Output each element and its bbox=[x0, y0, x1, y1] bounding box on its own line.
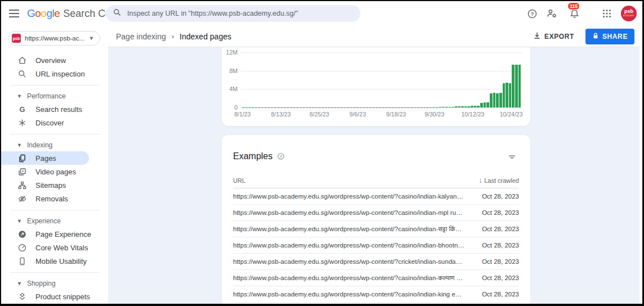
sidebar-item-video-pages[interactable]: Video pages bbox=[1, 165, 108, 178]
url-inspect-searchbox[interactable] bbox=[106, 5, 360, 22]
examples-table-header: URL ↓ Last crawled bbox=[233, 173, 519, 188]
chart-bar[interactable] bbox=[509, 83, 512, 107]
sidebar-section-performance[interactable]: ▼ Performance bbox=[1, 90, 108, 102]
profile-avatar[interactable]: psb ACADEMY bbox=[621, 6, 637, 21]
chart-bar[interactable] bbox=[484, 102, 486, 107]
chart-bar[interactable] bbox=[486, 102, 489, 107]
url-cell[interactable]: https://www.psb-academy.edu.sg/wordpress… bbox=[233, 193, 474, 200]
table-row[interactable]: https://www.psb-academy.edu.sg/wordpress… bbox=[233, 205, 519, 221]
url-cell[interactable]: https://www.psb-academy.edu.sg/wordpress… bbox=[233, 258, 474, 265]
x-tick-label: 9/6/23 bbox=[350, 111, 366, 118]
sidebar-nav: Overview URL inspection ▼ Performance G … bbox=[1, 48, 108, 304]
chart-xaxis: 8/1/238/13/238/25/239/6/239/18/239/30/23… bbox=[241, 107, 522, 121]
sidebar-item-core-web-vitals[interactable]: Core Web Vitals bbox=[1, 241, 108, 254]
x-tick-label: 10/24/23 bbox=[500, 111, 523, 118]
notifications-bell-icon[interactable]: 115 bbox=[567, 6, 582, 21]
export-button[interactable]: EXPORT bbox=[530, 29, 578, 43]
discover-asterisk-icon bbox=[17, 118, 27, 128]
scrollbar-track[interactable] bbox=[639, 47, 642, 304]
table-row[interactable]: https://www.psb-academy.edu.sg/wordpress… bbox=[233, 254, 519, 270]
manage-accounts-icon[interactable] bbox=[544, 6, 559, 21]
apps-grid-icon[interactable] bbox=[600, 6, 614, 21]
table-row[interactable]: https://www.psb-academy.edu.sg/wordpress… bbox=[233, 270, 519, 286]
url-cell[interactable]: https://www.psb-academy.edu.sg/wordpress… bbox=[233, 242, 474, 249]
table-row[interactable]: https://www.psb-academy.edu.sg/wordpress… bbox=[233, 286, 519, 303]
chart-bar[interactable] bbox=[503, 83, 506, 107]
last-crawled-cell: Oct 28, 2023 bbox=[474, 209, 519, 216]
chart-bar[interactable] bbox=[499, 93, 502, 107]
table-row[interactable]: https://www.psb-academy.edu.sg/wordpress… bbox=[233, 237, 519, 254]
chart-bar[interactable] bbox=[493, 93, 496, 107]
examples-title: Examples bbox=[233, 151, 272, 161]
logo-letter: G bbox=[27, 7, 35, 19]
x-tick-label: 8/25/23 bbox=[310, 111, 329, 118]
chart-bar[interactable] bbox=[496, 93, 499, 107]
last-crawled-cell: Oct 28, 2023 bbox=[474, 242, 519, 249]
sidebar-item-merchant-listings[interactable]: Merchant listings bbox=[1, 303, 108, 304]
chevron-down-icon: ▼ bbox=[17, 218, 22, 224]
page-experience-icon bbox=[17, 230, 27, 239]
share-button[interactable]: SHARE bbox=[585, 29, 634, 44]
table-row[interactable]: https://www.psb-academy.edu.sg/wordpress… bbox=[233, 221, 519, 237]
breadcrumb-page-indexing[interactable]: Page indexing bbox=[116, 32, 166, 41]
url-column-header[interactable]: URL bbox=[233, 177, 466, 184]
home-icon bbox=[17, 56, 27, 65]
logo-letter: o bbox=[41, 7, 46, 19]
property-logo: psb bbox=[12, 34, 21, 43]
svg-text:?: ? bbox=[280, 155, 282, 159]
core-web-vitals-gauge-icon bbox=[17, 243, 27, 253]
last-crawled-column-header[interactable]: ↓ Last crawled bbox=[466, 177, 519, 184]
sidebar-item-discover[interactable]: Discover bbox=[1, 116, 108, 129]
chart-bar[interactable] bbox=[506, 83, 508, 107]
menu-icon[interactable] bbox=[1, 10, 27, 17]
chart-plot: 12M 8M 4M 0 bbox=[241, 52, 522, 107]
sidebar-divider bbox=[10, 134, 100, 134]
lock-icon bbox=[592, 32, 599, 41]
url-cell[interactable]: https://www.psb-academy.edu.sg/wordpress… bbox=[233, 226, 474, 233]
y-tick-label: 4M bbox=[229, 86, 238, 92]
chart-bar[interactable] bbox=[512, 65, 515, 107]
sidebar: psb https://www.psb-ac... ▼ Overview URL… bbox=[1, 26, 108, 304]
sidebar-item-search-results[interactable]: G Search results bbox=[1, 102, 108, 116]
url-cell[interactable]: https://www.psb-academy.edu.sg/wordpress… bbox=[233, 274, 474, 282]
mobile-usability-phone-icon bbox=[17, 256, 27, 266]
x-tick-label: 8/1/23 bbox=[234, 111, 251, 118]
sitemaps-icon bbox=[17, 181, 27, 190]
sidebar-section-experience[interactable]: ▼ Experience bbox=[1, 215, 108, 227]
examples-card: Examples ? URL ↓ Last crawled https://ww… bbox=[222, 135, 530, 304]
sidebar-section-indexing[interactable]: ▼ Indexing bbox=[1, 139, 108, 151]
video-pages-icon bbox=[17, 167, 27, 177]
pages-icon bbox=[17, 154, 27, 163]
chart-bar[interactable] bbox=[480, 103, 483, 107]
sidebar-item-product-snippets[interactable]: Product snippets bbox=[1, 290, 108, 303]
help-icon[interactable]: ? bbox=[525, 6, 539, 21]
chevron-down-icon: ▼ bbox=[17, 142, 22, 148]
url-inspect-input[interactable] bbox=[127, 10, 354, 17]
main-content: 12M 8M 4M 0 8/1/238/13/238/25/239/6/239/… bbox=[108, 47, 642, 304]
property-selector[interactable]: psb https://www.psb-ac... ▼ bbox=[8, 31, 100, 46]
url-cell[interactable]: https://www.psb-academy.edu.sg/wordpress… bbox=[233, 291, 474, 298]
sidebar-item-page-experience[interactable]: Page Experience bbox=[1, 227, 108, 241]
sidebar-item-removals[interactable]: Removals bbox=[1, 192, 108, 205]
url-cell[interactable]: https://www.psb-academy.edu.sg/wordpress… bbox=[233, 209, 474, 216]
sort-descending-icon: ↓ bbox=[478, 177, 482, 184]
sidebar-item-sitemaps[interactable]: Sitemaps bbox=[1, 178, 108, 192]
sidebar-item-pages[interactable]: Pages bbox=[1, 151, 89, 165]
chart-bar[interactable] bbox=[515, 65, 518, 107]
chart-bar[interactable] bbox=[518, 65, 521, 107]
sidebar-item-url-inspection[interactable]: URL inspection bbox=[1, 67, 108, 80]
logo-letter: g bbox=[46, 7, 52, 19]
x-tick-label: 8/13/23 bbox=[271, 111, 290, 118]
google-wordmark: Google bbox=[27, 7, 60, 20]
filter-icon[interactable] bbox=[505, 150, 519, 164]
examples-table-body: https://www.psb-academy.edu.sg/wordpress… bbox=[233, 188, 519, 303]
chart-bar[interactable] bbox=[490, 93, 493, 107]
sidebar-item-overview[interactable]: Overview bbox=[1, 53, 108, 67]
svg-text:?: ? bbox=[530, 11, 534, 16]
last-crawled-cell: Oct 28, 2023 bbox=[474, 274, 519, 281]
page-header: Page indexing › Indexed pages EXPORT SHA… bbox=[108, 26, 642, 47]
table-row[interactable]: https://www.psb-academy.edu.sg/wordpress… bbox=[233, 188, 519, 205]
sidebar-item-mobile-usability[interactable]: Mobile Usability bbox=[1, 254, 108, 268]
sidebar-section-shopping[interactable]: ▼ Shopping bbox=[1, 277, 108, 290]
help-icon[interactable]: ? bbox=[277, 152, 285, 160]
